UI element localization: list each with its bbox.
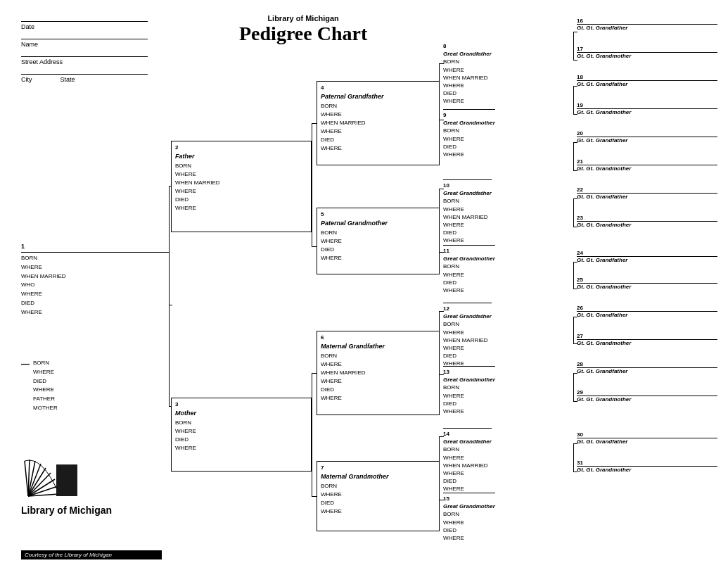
h-line-4-8	[439, 63, 444, 64]
ggg19: 19 Gt. Gt. Grandmother	[577, 102, 717, 115]
legend-line: — BORN WHERE DIED WHERE FATHER MOTHER	[21, 359, 58, 413]
v-line-2-3	[169, 186, 170, 406]
person4-box: 4 Paternal Grandfather BORN WHERE WHEN M…	[317, 81, 440, 165]
courtesy-bar: Courtesy of the Library of Michigan	[21, 550, 162, 559]
address-line	[21, 56, 148, 57]
person6-fields: BORN WHERE WHEN MARRIED WHERE DIED WHERE	[321, 352, 435, 403]
h-line-2-5	[312, 246, 317, 247]
ggg23: 23 Gt. Gt. Grandmother	[577, 215, 717, 228]
person4-fields: BORN WHERE WHEN MARRIED WHERE DIED WHERE	[321, 102, 435, 153]
gg13-box: 13 Great Grandmother BORNWHERE DIEDWHERE	[443, 366, 495, 415]
h-line-3-6	[312, 373, 317, 374]
person3-fields: BORN WHERE DIED WHERE	[175, 419, 307, 453]
ggg30: 30 Gt. Gt. Grandfather	[577, 431, 717, 445]
person4-name: Paternal Grandfather	[321, 92, 435, 102]
v-line-10-11	[439, 189, 440, 252]
ggg17: 17 Gt. Gt. Grandmother	[577, 46, 717, 59]
library-logo-icon	[21, 457, 77, 500]
ggg25: 25 Gt. Gt. Grandmother	[577, 277, 717, 290]
person7-name: Maternal Grandmother	[321, 472, 435, 482]
state-label: State	[60, 76, 75, 83]
v-line-6-7	[312, 373, 312, 496]
v-line-8-9	[439, 63, 440, 120]
h-line-2-4	[312, 123, 317, 124]
person5-num: 5	[321, 210, 435, 219]
ggg27: 27 Gt. Gt. Grandmother	[577, 333, 717, 346]
h-line-5-11	[439, 252, 444, 253]
person7-box: 7 Maternal Grandmother BORN WHERE DIED W…	[317, 461, 440, 531]
v-line-12-13	[439, 311, 440, 374]
header: Library of Michigan Pedigree Chart	[239, 14, 367, 45]
h-line-to-2	[169, 186, 172, 186]
h-line-6-13	[439, 374, 444, 375]
h-line-12-25	[573, 289, 577, 289]
name-line	[21, 39, 148, 39]
info-section: Date Name Street Address City State	[21, 21, 162, 83]
person5-box: 5 Paternal Grandmother BORN WHERE DIED W…	[317, 208, 440, 274]
h-line-11-23	[573, 227, 577, 227]
v-line-26-27	[573, 317, 574, 343]
v-line-22-23	[573, 198, 574, 227]
v-line-30-31	[573, 443, 574, 472]
gg10-box: 10 Great Grandfather BORNWHERE WHEN MARR…	[443, 179, 492, 245]
gg9-box: 9 Great Grandmother BORNWHERE DIEDWHERE	[443, 109, 495, 158]
h-line-14-29	[573, 401, 577, 402]
address-label: Street Address	[21, 58, 162, 65]
ggg31: 31 Gt. Gt. Grandmother	[577, 460, 717, 473]
v-line-16-17	[573, 32, 574, 60]
h-line-7-14	[439, 436, 444, 437]
page: Library of Michigan Pedigree Chart Date …	[0, 0, 728, 563]
legend-dash: —	[21, 360, 30, 368]
ggg26: 26 Gt. Gt. Grandfather	[577, 305, 717, 318]
person3-box: 3 Mother BORN WHERE DIED WHERE	[171, 398, 312, 472]
h-line-13-27	[573, 343, 577, 344]
person1-box: BORN WHERE WHEN MARRIED WHO WHERE DIED W…	[21, 252, 169, 358]
svg-line-0	[25, 461, 28, 496]
person3-name: Mother	[175, 409, 307, 419]
city-label: City	[21, 76, 32, 83]
logo-name: Library of Michigan	[21, 505, 134, 517]
h-line-7-15	[439, 500, 444, 500]
person6-name: Maternal Grandfather	[321, 342, 435, 352]
legend-fields: BORN WHERE DIED WHERE FATHER MOTHER	[33, 359, 58, 413]
person2-num: 2	[175, 144, 307, 152]
person5-fields: BORN WHERE DIED WHERE	[321, 229, 435, 262]
h-line-6-12	[439, 311, 444, 312]
ggg22: 22 Gt. Gt. Grandfather	[577, 186, 717, 200]
ggg16: 16 Gt. Gt. Grandfather	[577, 18, 717, 31]
h-line-9-19	[573, 114, 577, 115]
h-line-3-7	[312, 496, 317, 497]
ggg20: 20 Gt. Gt. Grandfather	[577, 130, 717, 144]
legend: — BORN WHERE DIED WHERE FATHER MOTHER	[21, 359, 58, 413]
v-line-14-15	[439, 436, 440, 500]
svg-line-3	[28, 464, 41, 496]
name-label: Name	[21, 41, 162, 48]
h-line-10-21	[573, 170, 577, 171]
courtesy-text: Courtesy of the Library of Michigan	[25, 552, 112, 558]
person1-num: 1	[21, 243, 25, 250]
person3-num: 3	[175, 400, 307, 409]
person7-num: 7	[321, 464, 435, 472]
person4-num: 4	[321, 84, 435, 92]
h-line-5-10	[439, 189, 444, 189]
city-state-line	[21, 74, 148, 75]
header-subtitle: Library of Michigan	[239, 14, 367, 23]
person2-fields: BORN WHERE WHEN MARRIED WHERE DIED WHERE	[175, 162, 307, 213]
gg15-box: 15 Great Grandmother BORNWHERE DIEDWHERE	[443, 493, 495, 542]
h-line-4-9	[439, 120, 444, 120]
h-line-to-3	[169, 406, 172, 407]
city-state-row: City State	[21, 76, 162, 83]
ggg29: 29 Gt. Gt. Grandmother	[577, 389, 717, 403]
v-line-20-21	[573, 142, 574, 170]
person7-fields: BORN WHERE DIED WHERE	[321, 482, 435, 516]
person6-box: 6 Maternal Grandfather BORN WHERE WHEN M…	[317, 331, 440, 415]
ggg24: 24 Gt. Gt. Grandfather	[577, 250, 717, 263]
svg-marker-9	[56, 464, 77, 496]
person5-name: Paternal Grandmother	[321, 219, 435, 229]
gg14-box: 14 Great Grandfather BORNWHERE WHEN MARR…	[443, 428, 492, 493]
person6-num: 6	[321, 334, 435, 342]
date-line	[21, 21, 148, 22]
header-title: Pedigree Chart	[239, 23, 367, 45]
person2-name: Father	[175, 152, 307, 162]
gg8-box: 8 Great Grandfather BORNWHERE WHEN MARRI…	[443, 42, 492, 106]
